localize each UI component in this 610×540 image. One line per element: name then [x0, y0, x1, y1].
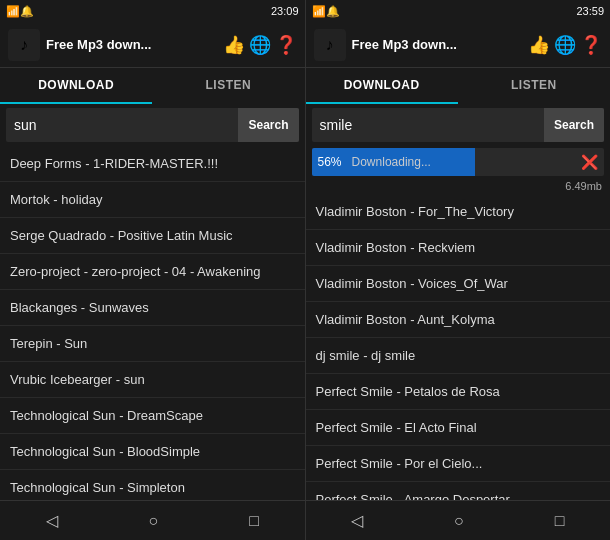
- list-item[interactable]: Perfect Smile - Amargo Despertar: [306, 482, 611, 500]
- progress-percent: 56%: [312, 155, 348, 169]
- left-search-bar: Search: [6, 108, 299, 142]
- status-bar-right: 📶🔔 23:59: [305, 0, 611, 22]
- recents-icon-left[interactable]: □: [239, 508, 269, 534]
- right-panel: ♪ Free Mp3 down... 👍 🌐 ❓ DOWNLOAD LISTEN…: [306, 22, 611, 500]
- left-app-header: ♪ Free Mp3 down... 👍 🌐 ❓: [0, 22, 305, 68]
- panels: ♪ Free Mp3 down... 👍 🌐 ❓ DOWNLOAD LISTEN…: [0, 22, 610, 500]
- left-header-icons: 👍 🌐 ❓: [223, 34, 297, 56]
- right-file-size: 6.49mb: [306, 180, 611, 194]
- list-item[interactable]: dj smile - dj smile: [306, 338, 611, 374]
- list-item[interactable]: Perfect Smile - Por el Cielo...: [306, 446, 611, 482]
- back-icon-left[interactable]: ◁: [36, 507, 68, 534]
- list-item[interactable]: Deep Forms - 1-RIDER-MASTER.!!!: [0, 146, 305, 182]
- progress-label: Downloading...: [348, 155, 575, 169]
- thumbsup-icon-left[interactable]: 👍: [223, 34, 245, 56]
- list-item[interactable]: Vladimir Boston - Voices_Of_War: [306, 266, 611, 302]
- tab-listen-left[interactable]: LISTEN: [152, 68, 304, 104]
- left-search-button[interactable]: Search: [238, 108, 298, 142]
- right-tabs: DOWNLOAD LISTEN: [306, 68, 611, 104]
- list-item[interactable]: Vrubic Icebearger - sun: [0, 362, 305, 398]
- list-item[interactable]: Vladimir Boston - For_The_Victory: [306, 194, 611, 230]
- music-note-icon-right: ♪: [326, 36, 334, 54]
- right-header-icons: 👍 🌐 ❓: [528, 34, 602, 56]
- list-item[interactable]: Technological Sun - Simpleton: [0, 470, 305, 500]
- help-icon-right[interactable]: ❓: [580, 34, 602, 56]
- globe-icon-right[interactable]: 🌐: [554, 34, 576, 56]
- list-item[interactable]: Technological Sun - DreamScape: [0, 398, 305, 434]
- status-bars: 📶🔔 23:09 📶🔔 23:59: [0, 0, 610, 22]
- status-right-icons: 📶🔔: [312, 5, 340, 18]
- cancel-download-icon[interactable]: ❌: [575, 154, 604, 170]
- tab-download-right[interactable]: DOWNLOAD: [306, 68, 458, 104]
- recents-icon-right[interactable]: □: [545, 508, 575, 534]
- home-icon-right[interactable]: ○: [444, 508, 474, 534]
- list-item[interactable]: Perfect Smile - Petalos de Rosa: [306, 374, 611, 410]
- left-tabs: DOWNLOAD LISTEN: [0, 68, 305, 104]
- right-search-bar: Search: [312, 108, 605, 142]
- right-app-header: ♪ Free Mp3 down... 👍 🌐 ❓: [306, 22, 611, 68]
- status-time-right: 23:59: [576, 5, 604, 17]
- home-icon-left[interactable]: ○: [139, 508, 169, 534]
- list-item[interactable]: Mortok - holiday: [0, 182, 305, 218]
- globe-icon-left[interactable]: 🌐: [249, 34, 271, 56]
- right-app-title: Free Mp3 down...: [352, 37, 523, 52]
- help-icon-left[interactable]: ❓: [275, 34, 297, 56]
- list-item[interactable]: Perfect Smile - El Acto Final: [306, 410, 611, 446]
- status-left-icons: 📶🔔: [6, 5, 34, 18]
- tab-listen-right[interactable]: LISTEN: [458, 68, 610, 104]
- left-panel: ♪ Free Mp3 down... 👍 🌐 ❓ DOWNLOAD LISTEN…: [0, 22, 306, 500]
- left-app-icon: ♪: [8, 29, 40, 61]
- left-search-input[interactable]: [6, 117, 238, 133]
- left-app-title: Free Mp3 down...: [46, 37, 217, 52]
- bottom-nav-right: ◁ ○ □: [305, 500, 611, 540]
- back-icon-right[interactable]: ◁: [341, 507, 373, 534]
- tab-download-left[interactable]: DOWNLOAD: [0, 68, 152, 104]
- right-app-icon: ♪: [314, 29, 346, 61]
- list-item[interactable]: Terepin - Sun: [0, 326, 305, 362]
- status-bar-left: 📶🔔 23:09: [0, 0, 305, 22]
- list-item[interactable]: Serge Quadrado - Positive Latin Music: [0, 218, 305, 254]
- list-item[interactable]: Vladimir Boston - Aunt_Kolyma: [306, 302, 611, 338]
- right-song-list: Vladimir Boston - For_The_Victory Vladim…: [306, 194, 611, 500]
- list-item[interactable]: Technological Sun - BloodSimple: [0, 434, 305, 470]
- right-search-button[interactable]: Search: [544, 108, 604, 142]
- list-item[interactable]: Blackanges - Sunwaves: [0, 290, 305, 326]
- thumbsup-icon-right[interactable]: 👍: [528, 34, 550, 56]
- music-note-icon: ♪: [20, 36, 28, 54]
- list-item[interactable]: Vladimir Boston - Reckviem: [306, 230, 611, 266]
- list-item[interactable]: Zero-project - zero-project - 04 - Awake…: [0, 254, 305, 290]
- bottom-navs: ◁ ○ □ ◁ ○ □: [0, 500, 610, 540]
- download-progress-bar: 56% Downloading... ❌: [312, 148, 605, 176]
- status-time-left: 23:09: [271, 5, 299, 17]
- bottom-nav-left: ◁ ○ □: [0, 500, 305, 540]
- right-search-input[interactable]: [312, 117, 544, 133]
- left-song-list: Deep Forms - 1-RIDER-MASTER.!!! Mortok -…: [0, 146, 305, 500]
